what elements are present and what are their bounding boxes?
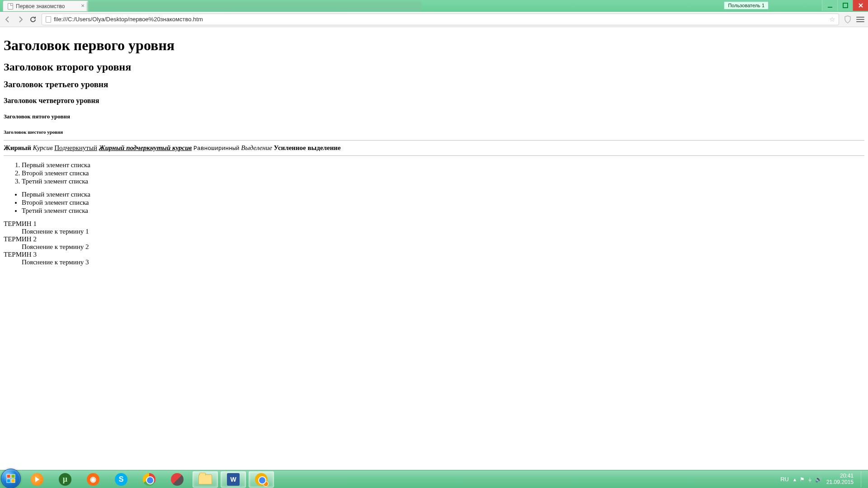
ordered-list: Первый элемент списка Второй элемент спи…: [4, 161, 864, 185]
browser-tab-active[interactable]: Первое знакомство ×: [3, 0, 89, 11]
taskbar-item-ccleaner[interactable]: [165, 471, 190, 488]
definition-desc: Пояснение к термину 1: [22, 228, 864, 235]
window-controls: [822, 0, 868, 11]
address-bar[interactable]: file:///C:/Users/Olya/Desktop/первое%20з…: [42, 14, 839, 25]
browser-menu-button[interactable]: [856, 15, 864, 23]
svg-rect-4: [7, 479, 10, 483]
taskbar-item-explorer[interactable]: [193, 471, 218, 488]
heading-h6: Заголовок шестого уровня: [4, 129, 864, 135]
background-tabs-blurred: [87, 1, 421, 11]
definition-list: ТЕРМИН 1 Пояснение к термину 1 ТЕРМИН 2 …: [4, 220, 864, 266]
definition-term: ТЕРМИН 3: [4, 251, 864, 258]
svg-rect-2: [7, 474, 10, 478]
definition-term: ТЕРМИН 2: [4, 235, 864, 243]
text-underline: Подчеркнутый: [54, 144, 97, 151]
tray-chevron-up-icon[interactable]: ▴: [793, 476, 796, 483]
definition-desc: Пояснение к термину 3: [22, 258, 864, 266]
svg-rect-1: [843, 3, 848, 8]
skype-icon: S: [115, 473, 127, 486]
page-viewport: Заголовок первого уровня Заголовок второ…: [0, 27, 868, 470]
taskbar-item-chrome-canary[interactable]: [249, 471, 274, 488]
svg-rect-5: [11, 479, 15, 483]
utorrent-icon: µ: [59, 473, 71, 486]
horizontal-rule: [4, 155, 864, 156]
tray-icons: ▴ ⚑ ⏚ 🔊: [793, 476, 822, 483]
privacy-shield-icon[interactable]: [844, 15, 852, 23]
window-titlebar: Первое знакомство × Пользователь 1: [0, 0, 868, 12]
close-icon[interactable]: ×: [80, 3, 85, 9]
tray-action-center-icon[interactable]: ⚑: [800, 476, 805, 483]
reload-button[interactable]: [29, 15, 37, 23]
ccleaner-icon: [171, 473, 184, 486]
windows-taskbar: µ ◉ S W RU ▴ ⚑ ⏚ 🔊 20:41 21.09.2015: [0, 470, 868, 488]
list-item: Третий элемент списка: [22, 178, 864, 185]
heading-h1: Заголовок первого уровня: [4, 37, 864, 54]
profile-chip[interactable]: Пользователь 1: [724, 1, 769, 9]
heading-h2: Заголовок второго уровня: [4, 61, 864, 73]
file-icon: [46, 16, 51, 23]
tray-time: 20:41: [840, 473, 854, 479]
minimize-button[interactable]: [822, 0, 837, 11]
bookmark-star-icon[interactable]: ☆: [829, 15, 835, 23]
maximize-button[interactable]: [837, 0, 853, 11]
tray-volume-icon[interactable]: 🔊: [815, 476, 822, 483]
heading-h5: Заголовок пятого уровня: [4, 113, 864, 120]
list-item: Третий элемент списка: [22, 207, 864, 215]
word-icon: W: [227, 473, 240, 486]
profile-chip-label: Пользователь 1: [728, 3, 764, 8]
list-item: Первый элемент списка: [22, 161, 864, 169]
back-button[interactable]: [4, 15, 12, 23]
close-window-button[interactable]: [853, 0, 868, 11]
origin-icon: ◉: [87, 473, 99, 486]
document-icon: [8, 3, 13, 9]
text-emphasis: Выделение: [241, 144, 272, 151]
media-player-icon: [31, 473, 43, 486]
taskbar-item-skype[interactable]: S: [108, 471, 134, 488]
language-indicator[interactable]: RU: [780, 476, 789, 483]
browser-toolbar: file:///C:/Users/Olya/Desktop/первое%20з…: [0, 12, 868, 27]
show-desktop-button[interactable]: [861, 471, 864, 488]
text-styles-line: Жирный Курсив Подчеркнутый Жирный подчер…: [4, 144, 864, 152]
taskbar-item-media-player[interactable]: [24, 471, 50, 488]
chrome-icon: [143, 473, 156, 486]
svg-rect-3: [11, 474, 15, 478]
definition-desc: Пояснение к термину 2: [22, 243, 864, 251]
heading-h4: Заголовок четвертого уровня: [4, 97, 864, 105]
tab-title: Первое знакомство: [16, 3, 65, 9]
forward-button[interactable]: [16, 15, 24, 23]
definition-term: ТЕРМИН 1: [4, 220, 864, 228]
taskbar-item-chrome[interactable]: [137, 471, 162, 488]
horizontal-rule: [4, 140, 864, 141]
text-monospace: Равноширинный: [193, 145, 239, 152]
taskbar-item-word[interactable]: W: [221, 471, 246, 488]
folder-icon: [198, 474, 212, 484]
list-item: Второй элемент списка: [22, 169, 864, 177]
taskbar-item-utorrent[interactable]: µ: [52, 471, 78, 488]
chrome-canary-icon: [255, 473, 268, 486]
start-button[interactable]: [1, 469, 21, 488]
text-italic: Курсив: [33, 144, 53, 151]
unordered-list: Первый элемент списка Второй элемент спи…: [4, 191, 864, 215]
taskbar-item-origin[interactable]: ◉: [80, 471, 106, 488]
text-bold: Жирный: [4, 144, 31, 151]
tray-network-icon[interactable]: ⏚: [808, 476, 811, 483]
heading-h3: Заголовок третьего уровня: [4, 80, 864, 89]
taskbar-items: µ ◉ S W: [24, 471, 274, 488]
tray-clock[interactable]: 20:41 21.09.2015: [826, 473, 854, 485]
address-bar-text: file:///C:/Users/Olya/Desktop/первое%20з…: [54, 16, 203, 23]
text-strong: Усиленное выделение: [274, 144, 341, 151]
list-item: Второй элемент списка: [22, 199, 864, 206]
svg-rect-0: [828, 7, 832, 8]
text-bold-underline-italic: Жирный подчеркнутый курсив: [99, 144, 192, 151]
system-tray: RU ▴ ⚑ ⏚ 🔊 20:41 21.09.2015: [780, 471, 864, 488]
tray-date: 21.09.2015: [826, 479, 854, 485]
list-item: Первый элемент списка: [22, 191, 864, 198]
